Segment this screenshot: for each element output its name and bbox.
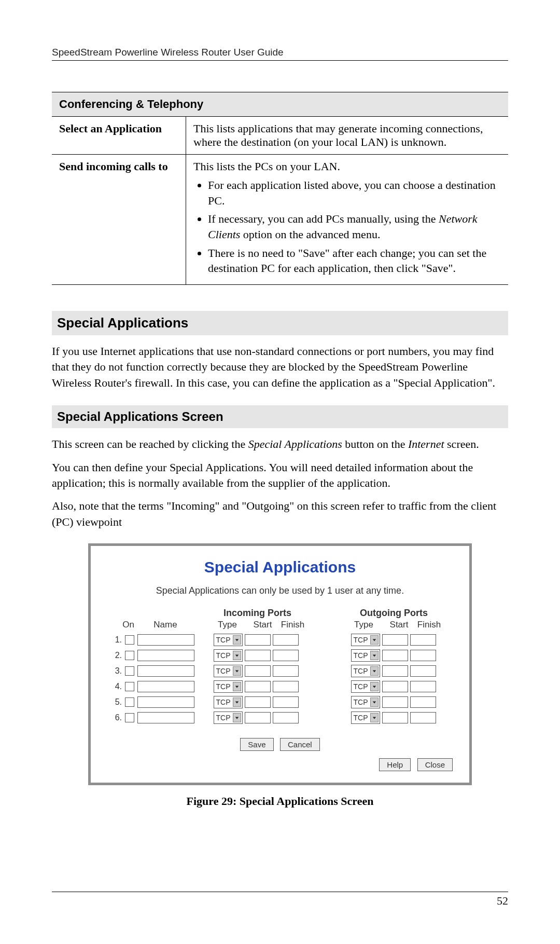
incoming-finish-input[interactable] [273, 712, 299, 723]
outgoing-finish-input[interactable] [410, 634, 436, 646]
help-button[interactable]: Help [379, 758, 411, 771]
bullet-list: For each application listed above, you c… [193, 177, 501, 276]
outgoing-finish-input[interactable] [410, 650, 436, 661]
table-row: 3.TCPTCP [105, 664, 455, 678]
finish-label: Finish [414, 620, 444, 630]
text-italic: Internet [408, 437, 444, 450]
chevron-down-icon [370, 635, 379, 645]
desc-select-application: This lists applications that may generat… [186, 117, 509, 155]
row-number: 3. [105, 666, 123, 676]
text: screen. [444, 437, 479, 450]
table-row: 5.TCPTCP [105, 695, 455, 709]
incoming-start-input[interactable] [245, 650, 271, 661]
outgoing-start-input[interactable] [382, 681, 408, 692]
chevron-down-icon [233, 635, 241, 645]
ports-header-row: Incoming Ports Outgoing Ports [105, 608, 455, 619]
row-number: 4. [105, 682, 123, 691]
incoming-start-input[interactable] [245, 634, 271, 646]
heading-special-applications: Special Applications [52, 311, 508, 335]
incoming-start-input[interactable] [245, 712, 271, 723]
desc-send-incoming: This lists the PCs on your LAN. For each… [186, 155, 509, 285]
incoming-start-input[interactable] [245, 696, 271, 708]
table-section-title: Conferencing & Telephony [52, 92, 508, 117]
button-row-center: Save Cancel [105, 738, 455, 751]
outgoing-type-select[interactable]: TCP [351, 665, 380, 677]
name-input[interactable] [137, 712, 194, 723]
on-checkbox[interactable] [125, 713, 134, 722]
close-button[interactable]: Close [417, 758, 453, 771]
incoming-start-input[interactable] [245, 681, 271, 692]
table-row: 1.TCPTCP [105, 633, 455, 647]
incoming-type-select[interactable]: TCP [214, 649, 243, 662]
intro-text: This lists the PCs on your LAN. [193, 160, 340, 173]
incoming-finish-input[interactable] [273, 650, 299, 661]
outgoing-start-input[interactable] [382, 634, 408, 646]
name-label: Name [134, 620, 197, 630]
name-input[interactable] [137, 650, 194, 661]
outgoing-start-input[interactable] [382, 665, 408, 677]
svg-marker-9 [372, 701, 375, 703]
incoming-type-select[interactable]: TCP [214, 634, 243, 646]
figure-caption: Figure 29: Special Applications Screen [52, 795, 508, 808]
list-item: If necessary, you can add PCs manually, … [208, 211, 501, 242]
incoming-finish-input[interactable] [273, 665, 299, 677]
name-input[interactable] [137, 634, 194, 646]
page-number: 52 [497, 894, 508, 908]
on-checkbox[interactable] [125, 666, 134, 676]
name-input[interactable] [137, 681, 194, 692]
name-input[interactable] [137, 665, 194, 677]
on-checkbox[interactable] [125, 682, 134, 691]
svg-marker-5 [372, 670, 375, 672]
bullet-text: For each application listed above, you c… [208, 179, 496, 207]
chevron-down-icon [233, 682, 241, 691]
outgoing-type-select[interactable]: TCP [351, 634, 380, 646]
outgoing-start-input[interactable] [382, 712, 408, 723]
paragraph: You can then define your Special Applica… [52, 460, 508, 491]
incoming-type-select[interactable]: TCP [214, 680, 243, 693]
outgoing-finish-input[interactable] [410, 712, 436, 723]
outgoing-type-select[interactable]: TCP [351, 696, 380, 708]
svg-marker-10 [235, 717, 238, 719]
outgoing-finish-input[interactable] [410, 681, 436, 692]
incoming-type-select[interactable]: TCP [214, 665, 243, 677]
incoming-ports-label: Incoming Ports [197, 608, 318, 619]
cancel-button[interactable]: Cancel [280, 738, 320, 751]
conferencing-table: Conferencing & Telephony Select an Appli… [52, 92, 508, 285]
incoming-finish-input[interactable] [273, 696, 299, 708]
bullet-text: option on the advanced menu. [240, 228, 380, 241]
outgoing-type-select[interactable]: TCP [351, 712, 380, 724]
outgoing-finish-input[interactable] [410, 665, 436, 677]
page-header: SpeedStream Powerline Wireless Router Us… [52, 47, 508, 58]
svg-marker-4 [235, 670, 238, 672]
screenshot-note: Special Applications can only be used by… [105, 585, 455, 596]
paragraph: Also, note that the terms "Incoming" and… [52, 498, 508, 530]
outgoing-start-input[interactable] [382, 650, 408, 661]
chevron-down-icon [233, 713, 241, 722]
outgoing-type-select[interactable]: TCP [351, 680, 380, 693]
save-button[interactable]: Save [240, 738, 273, 751]
incoming-type-select[interactable]: TCP [214, 696, 243, 708]
incoming-type-select[interactable]: TCP [214, 712, 243, 724]
incoming-finish-input[interactable] [273, 634, 299, 646]
on-checkbox[interactable] [125, 697, 134, 707]
bullet-text: There is no need to "Save" after each ch… [208, 247, 486, 275]
name-input[interactable] [137, 696, 194, 708]
svg-marker-2 [235, 654, 238, 656]
svg-marker-1 [372, 639, 375, 641]
on-label: On [105, 620, 134, 630]
screenshot-title: Special Applications [105, 558, 455, 576]
chevron-down-icon [370, 697, 379, 707]
outgoing-start-input[interactable] [382, 696, 408, 708]
chevron-down-icon [233, 666, 241, 676]
outgoing-type-select[interactable]: TCP [351, 649, 380, 662]
start-label: Start [384, 620, 414, 630]
table-row: 6.TCPTCP [105, 711, 455, 724]
on-checkbox[interactable] [125, 651, 134, 660]
bullet-text: If necessary, you can add PCs manually, … [208, 212, 439, 225]
chevron-down-icon [370, 651, 379, 660]
outgoing-finish-input[interactable] [410, 696, 436, 708]
on-checkbox[interactable] [125, 635, 134, 645]
outgoing-ports-label: Outgoing Ports [333, 608, 455, 619]
incoming-start-input[interactable] [245, 665, 271, 677]
incoming-finish-input[interactable] [273, 681, 299, 692]
